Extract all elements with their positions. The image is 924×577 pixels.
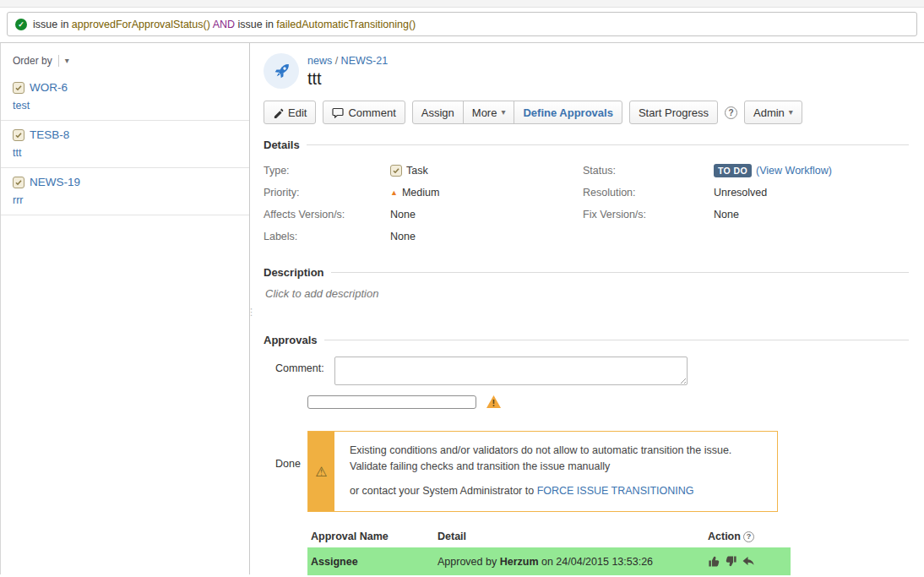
jql-segment-operator: AND xyxy=(210,19,238,30)
section-divider xyxy=(331,272,909,273)
warning-line-3-text: or contact your System Administrator to xyxy=(350,485,537,497)
content-split: Order by ▾ WOR-6 test TESB-8 ttt NEWS-19… xyxy=(0,42,924,574)
approval-progress-bar xyxy=(307,395,476,409)
rocket-icon xyxy=(270,60,293,83)
breadcrumb-project-link[interactable]: news xyxy=(307,55,332,67)
issue-key-link[interactable]: NEWS-19 xyxy=(30,176,80,188)
action-help-icon[interactable]: ? xyxy=(743,531,754,542)
warning-line-3: or contact your System Administrator to … xyxy=(350,483,731,499)
approval-progress-row xyxy=(307,395,909,409)
priority-value: Medium xyxy=(402,182,439,204)
issue-list-sidebar: Order by ▾ WOR-6 test TESB-8 ttt NEWS-19… xyxy=(0,43,250,574)
sidebar-issue-wor-6[interactable]: WOR-6 test xyxy=(1,73,249,121)
details-right-column: Status: TO DO (View Workflow) Resolution… xyxy=(583,160,909,248)
jql-query-text: issue in approvedForApprovalStatus() AND… xyxy=(33,19,416,30)
issue-toolbar: Edit Comment Assign More ▾ Define Approv… xyxy=(264,101,909,124)
approval-row-assignee: Assignee Approved by Herzum on 24/04/201… xyxy=(307,547,791,575)
priority-label: Priority: xyxy=(264,182,390,204)
query-valid-check-icon: ✓ xyxy=(15,19,27,30)
detail-suffix: on 24/04/2015 13:53:26 xyxy=(539,556,654,568)
comment-button-label: Comment xyxy=(348,106,395,119)
issue-summary-link[interactable]: rrr xyxy=(13,194,239,206)
comment-button[interactable]: Comment xyxy=(323,101,405,124)
resolution-value: Unresolved xyxy=(714,182,767,204)
issue-title: ttt xyxy=(307,69,388,89)
task-type-icon xyxy=(13,129,24,141)
field-fix-versions: Fix Version/s: None xyxy=(583,204,909,226)
section-divider xyxy=(324,340,909,340)
sidebar-issue-tesb-8[interactable]: TESB-8 ttt xyxy=(1,121,249,168)
jql-segment-function: failedAutomaticTransitioning() xyxy=(276,19,416,30)
assign-button[interactable]: Assign xyxy=(412,101,464,124)
force-issue-transitioning-link[interactable]: FORCE ISSUE TRANSITIONING xyxy=(537,485,694,497)
warning-icon: ⚠ xyxy=(315,464,327,480)
status-label: Status: xyxy=(583,160,714,182)
chevron-down-icon: ▾ xyxy=(789,108,793,117)
issue-key-link[interactable]: WOR-6 xyxy=(30,81,68,94)
type-label: Type: xyxy=(264,160,390,182)
column-header-action: Action xyxy=(708,531,741,542)
approval-comment-row: Comment: xyxy=(275,357,909,385)
description-heading: Description xyxy=(264,266,324,279)
warning-stripe: ⚠ xyxy=(308,432,334,511)
view-workflow-link[interactable]: (View Workflow) xyxy=(756,160,832,182)
warning-line-1: Existing conditions and/or validators do… xyxy=(350,443,731,459)
admin-button-label: Admin xyxy=(753,106,785,119)
breadcrumb-issue-key-link[interactable]: NEWS-21 xyxy=(341,55,389,67)
start-progress-button[interactable]: Start Progress xyxy=(629,101,718,124)
fix-versions-value: None xyxy=(714,204,739,226)
priority-medium-icon: ▲ xyxy=(390,189,398,197)
warning-triangle-icon[interactable] xyxy=(486,395,502,409)
thumbs-up-icon[interactable] xyxy=(708,555,720,568)
fix-versions-label: Fix Version/s: xyxy=(583,204,714,226)
column-header-detail: Detail xyxy=(438,531,708,542)
approvals-section: Approvals Comment: xyxy=(264,334,909,575)
issue-summary-link[interactable]: test xyxy=(13,100,239,112)
issue-detail-panel: news / NEWS-21 ttt Edit Comment Assign M… xyxy=(250,43,924,574)
field-status: Status: TO DO (View Workflow) xyxy=(583,160,909,182)
chevron-down-icon: ▾ xyxy=(501,108,505,117)
assign-button-label: Assign xyxy=(421,106,454,119)
thumbs-down-icon[interactable] xyxy=(725,555,737,568)
order-by-label: Order by xyxy=(13,55,52,67)
task-type-icon xyxy=(390,165,402,177)
labels-label: Labels: xyxy=(264,226,390,248)
approval-comment-input[interactable] xyxy=(334,357,688,385)
type-value: Task xyxy=(406,160,428,182)
jql-query-input[interactable]: ✓ issue in approvedForApprovalStatus() A… xyxy=(7,12,917,36)
field-type: Type: Task xyxy=(264,160,583,182)
issue-summary-link[interactable]: ttt xyxy=(13,147,239,159)
issue-key-link[interactable]: TESB-8 xyxy=(30,128,69,141)
top-header-strip xyxy=(0,0,924,8)
comment-field-label: Comment: xyxy=(275,357,334,385)
more-button-label: More xyxy=(472,106,497,119)
resolution-label: Resolution: xyxy=(583,182,714,204)
jql-segment: issue in xyxy=(238,19,277,30)
breadcrumb-separator: / xyxy=(332,55,340,67)
query-bar-wrap: ✓ issue in approvedForApprovalStatus() A… xyxy=(0,8,924,42)
jql-segment: issue in xyxy=(33,19,72,30)
define-approvals-button[interactable]: Define Approvals xyxy=(514,101,622,124)
description-placeholder[interactable]: Click to add description xyxy=(265,287,909,300)
undo-arrow-icon[interactable] xyxy=(742,555,755,568)
details-heading: Details xyxy=(264,139,300,151)
approval-name-cell: Assignee xyxy=(311,556,438,568)
help-icon[interactable]: ? xyxy=(725,106,737,119)
sidebar-issue-news-19[interactable]: NEWS-19 rrr xyxy=(1,168,249,215)
approvals-heading: Approvals xyxy=(264,334,318,346)
issue-header: news / NEWS-21 ttt xyxy=(264,53,909,89)
field-affects-versions: Affects Version/s: None xyxy=(264,204,583,226)
edit-button-label: Edit xyxy=(288,106,307,119)
edit-button[interactable]: Edit xyxy=(264,101,316,124)
details-section: Details Type: Task Priority: xyxy=(264,139,909,248)
admin-button[interactable]: Admin ▾ xyxy=(744,101,802,124)
field-resolution: Resolution: Unresolved xyxy=(583,182,909,204)
labels-value: None xyxy=(390,226,416,248)
sidebar-resize-handle[interactable]: ⋮ xyxy=(247,307,254,318)
start-progress-label: Start Progress xyxy=(639,106,709,119)
detail-user: Herzum xyxy=(500,556,539,568)
order-by-caret-icon[interactable]: ▾ xyxy=(65,57,69,65)
more-button[interactable]: More ▾ xyxy=(463,101,515,124)
approval-done-row: Done ⚠ Existing conditions and/or valida… xyxy=(275,431,909,512)
affects-versions-label: Affects Version/s: xyxy=(264,204,390,226)
